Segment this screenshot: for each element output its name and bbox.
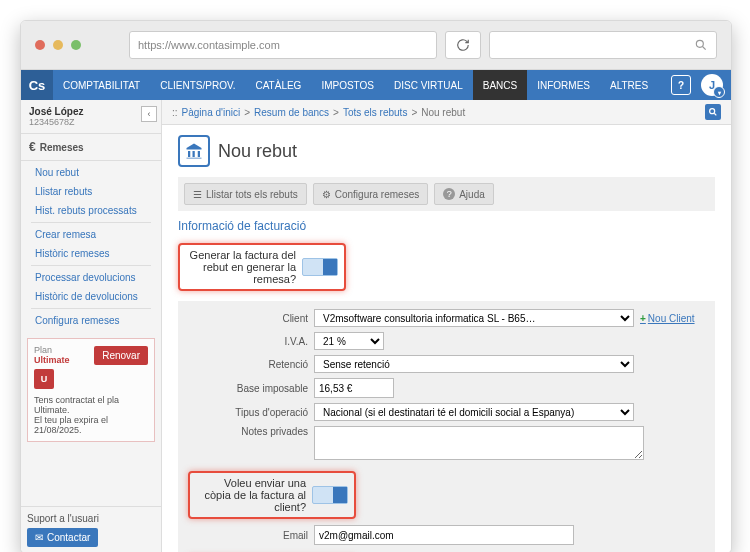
textarea-notes[interactable] [314, 426, 644, 460]
page-title-row: Nou rebut [178, 135, 715, 167]
browser-window: https://www.contasimple.com Cs COMPTABIL… [20, 20, 732, 552]
crumb-resum[interactable]: Resum de bancs [254, 107, 329, 118]
select-retencio[interactable]: Sense retenció [314, 355, 634, 373]
crumb-tots[interactable]: Tots els rebuts [343, 107, 407, 118]
highlight-generar-factura: Generar la factura del rebut en generar … [178, 243, 346, 291]
renew-button[interactable]: Renovar [94, 346, 148, 365]
plan-line1: Tens contractat el pla Ultimate. [34, 395, 148, 415]
tool-help-label: Ajuda [459, 189, 485, 200]
nav-comptabilitat[interactable]: COMPTABILITAT [53, 70, 150, 100]
sidebar-section-label: Remeses [40, 142, 84, 153]
search-icon [694, 38, 708, 52]
sidebar-footer: Suport a l'usuari ✉ Contactar [21, 506, 161, 552]
select-iva[interactable]: 21 % [314, 332, 384, 350]
tool-config-remeses[interactable]: ⚙Configura remeses [313, 183, 428, 205]
breadcrumb-sep: :: [172, 107, 178, 118]
toggle-generar-factura[interactable] [302, 258, 338, 276]
sidebar-link-devolucions[interactable]: Processar devolucions [21, 268, 161, 287]
avatar-badge-icon: ▾ [713, 86, 725, 98]
sidebar-user-block: José López 12345678Z ‹ [21, 100, 161, 134]
main-area: :: Pàgina d'inici > Resum de bancs > Tot… [162, 100, 731, 552]
label-iva: I.V.A. [188, 336, 308, 347]
select-tipus-operacio[interactable]: Nacional (si el destinatari té el domici… [314, 403, 634, 421]
sidebar-link-crear-remesa[interactable]: Crear remesa [21, 225, 161, 244]
refresh-icon [456, 38, 470, 52]
sidebar-link-hist-rebuts[interactable]: Hist. rebuts processats [21, 201, 161, 220]
form-area: Client V2msoftware consultoria informati… [178, 301, 715, 552]
window-min-dot[interactable] [53, 40, 63, 50]
highlight-enviar-copia: Voleu enviar una còpia de la factura al … [188, 471, 356, 519]
sidebar-link-llistar[interactable]: Llistar rebuts [21, 182, 161, 201]
label-base: Base imposable [188, 383, 308, 394]
page-title: Nou rebut [218, 141, 297, 162]
help-icon: ? [443, 188, 455, 200]
contact-button[interactable]: ✉ Contactar [27, 528, 98, 547]
nav-disc[interactable]: DISC VIRTUAL [384, 70, 473, 100]
select-client[interactable]: V2msoftware consultoria informatica SL -… [314, 309, 634, 327]
sidebar-section-remeses: € Remeses [21, 134, 161, 161]
user-id: 12345678Z [29, 117, 153, 127]
nav-impostos[interactable]: IMPOSTOS [311, 70, 384, 100]
nav-altres[interactable]: ALTRES [600, 70, 658, 100]
label-retencio: Retenció [188, 359, 308, 370]
input-base-imposable[interactable] [314, 378, 394, 398]
sidebar-link-hist-devol[interactable]: Històric de devolucions [21, 287, 161, 306]
crumb-home[interactable]: Pàgina d'inici [182, 107, 241, 118]
svg-point-0 [696, 40, 703, 47]
breadcrumb: :: Pàgina d'inici > Resum de bancs > Tot… [162, 100, 731, 125]
refresh-button[interactable] [445, 31, 481, 59]
toggle-enviar-copia[interactable] [312, 486, 348, 504]
contact-button-label: Contactar [47, 532, 90, 543]
label-notes: Notes privades [188, 426, 308, 437]
gear-icon: ⚙ [322, 189, 331, 200]
url-text: https://www.contasimple.com [138, 39, 280, 51]
label-client: Client [188, 313, 308, 324]
sidebar-link-configura[interactable]: Configura remeses [21, 311, 161, 330]
bank-icon [178, 135, 210, 167]
tool-config-label: Configura remeses [335, 189, 419, 200]
sidebar: José López 12345678Z ‹ € Remeses Nou reb… [21, 100, 162, 552]
top-nav: Cs COMPTABILITAT CLIENTS/PROV. CATÀLEG I… [21, 70, 731, 100]
breadcrumb-search-button[interactable] [705, 104, 721, 120]
nav-cataleg[interactable]: CATÀLEG [245, 70, 311, 100]
sidebar-link-nou-rebut[interactable]: Nou rebut [21, 163, 161, 182]
tool-list-rebuts[interactable]: ☰Llistar tots els rebuts [184, 183, 307, 205]
plan-badge: U [34, 369, 54, 389]
help-icon[interactable]: ? [671, 75, 691, 95]
label-generar-factura: Generar la factura del rebut en generar … [186, 249, 296, 285]
sidebar-links: Nou rebut Llistar rebuts Hist. rebuts pr… [21, 161, 161, 332]
url-bar[interactable]: https://www.contasimple.com [129, 31, 437, 59]
nav-clients[interactable]: CLIENTS/PROV. [150, 70, 245, 100]
support-label: Suport a l'usuari [27, 513, 155, 524]
nav-bancs[interactable]: BANCS [473, 70, 527, 100]
euro-icon: € [29, 140, 36, 154]
list-icon: ☰ [193, 189, 202, 200]
plan-line2: El teu pla expira el 21/08/2025. [34, 415, 148, 435]
nav-informes[interactable]: INFORMES [527, 70, 600, 100]
label-email: Email [248, 530, 308, 541]
page-toolbar: ☰Llistar tots els rebuts ⚙Configura reme… [178, 177, 715, 211]
window-close-dot[interactable] [35, 40, 45, 50]
section-info-fact: Informació de facturació [178, 219, 715, 233]
user-avatar[interactable]: J▾ [701, 74, 723, 96]
sidebar-collapse-button[interactable]: ‹ [141, 106, 157, 122]
sidebar-link-hist-remeses[interactable]: Històric remeses [21, 244, 161, 263]
label-tipus: Tipus d'operació [188, 407, 308, 418]
mail-icon: ✉ [35, 532, 43, 543]
plus-icon: + [640, 313, 646, 324]
link-nou-client-label: Nou Client [648, 313, 695, 324]
link-nou-client[interactable]: +Nou Client [640, 313, 695, 324]
tool-ajuda[interactable]: ?Ajuda [434, 183, 494, 205]
user-name: José López [29, 106, 153, 117]
app-logo[interactable]: Cs [21, 70, 53, 100]
label-enviar-copia: Voleu enviar una còpia de la factura al … [196, 477, 306, 513]
search-icon [708, 107, 718, 117]
plan-name: Ultimate [34, 355, 70, 365]
window-max-dot[interactable] [71, 40, 81, 50]
plan-box: Plan Ultimate Renovar U Tens contractat … [27, 338, 155, 442]
tool-list-label: Llistar tots els rebuts [206, 189, 298, 200]
input-email[interactable] [314, 525, 574, 545]
browser-chrome: https://www.contasimple.com [21, 21, 731, 70]
svg-point-1 [710, 109, 715, 114]
browser-search[interactable] [489, 31, 717, 59]
